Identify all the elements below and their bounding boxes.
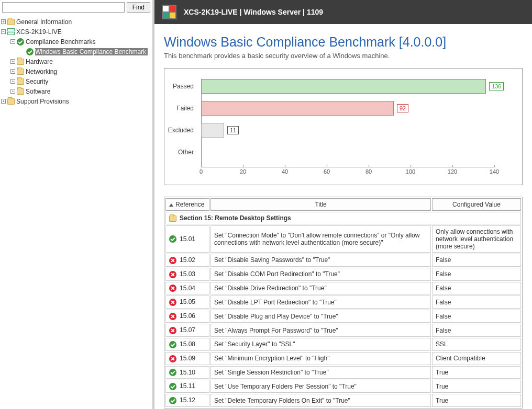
fail-icon [169, 285, 176, 292]
axis-tick: 100 [406, 165, 415, 175]
tree-item-software[interactable]: + Software [1, 86, 151, 96]
tree-item-security[interactable]: + Security [1, 76, 151, 86]
check-icon [26, 48, 34, 55]
pass-icon [169, 235, 176, 243]
page-description: This benchmark provides a basic security… [164, 52, 523, 60]
tree-item-general[interactable]: + General Information [1, 17, 151, 27]
cell-reference: 15.08 [180, 340, 195, 348]
table-row[interactable]: 15.11Set "Use Temporary Folders Per Sess… [165, 380, 521, 393]
cell-configured: False [432, 282, 521, 295]
cell-reference: 15.09 [180, 355, 195, 362]
table-row[interactable]: 15.08Set "Security Layer" to "SSL"SSL [165, 338, 521, 351]
cell-configured: True [432, 380, 521, 393]
cell-title: Set "Delete Temporary Folders On Exit" t… [210, 394, 431, 407]
axis-tick: 120 [448, 165, 457, 175]
table-row[interactable]: 15.05Set "Disable LPT Port Redirection" … [165, 296, 521, 309]
cell-configured: False [432, 268, 521, 281]
bar-label: Other [164, 149, 197, 156]
results-table: Reference Title Configured Value Section… [164, 197, 522, 408]
server-icon [7, 28, 15, 36]
expander-icon[interactable]: + [10, 69, 15, 74]
axis-tick: 40 [282, 165, 288, 175]
col-reference[interactable]: Reference [165, 198, 209, 211]
folder-icon [169, 215, 176, 222]
page-title: Windows Basic Compliance Benchmark [4.0.… [164, 35, 523, 50]
tree-item-support[interactable]: + Support Provisions [1, 96, 151, 106]
tree-item-hardware[interactable]: + Hardware [1, 56, 151, 66]
cell-reference: 15.02 [180, 256, 195, 264]
table-row[interactable]: 15.02Set "Disable Saving Passwords" to "… [165, 254, 521, 267]
cell-configured: Only allow connections with network leve… [432, 225, 521, 253]
bar-value: 136 [489, 82, 504, 90]
folder-icon [17, 69, 24, 75]
content-area: Windows Basic Compliance Benchmark [4.0.… [154, 24, 532, 409]
chart-x-axis: 020406080100120140 [201, 167, 494, 179]
folder-icon [17, 78, 24, 85]
bar-label: Passed [164, 83, 197, 90]
folder-icon [17, 88, 24, 95]
expander-icon[interactable]: − [1, 29, 6, 34]
axis-tick: 60 [324, 165, 330, 175]
table-row[interactable]: 15.01Set "Connection Mode" to "Don't all… [165, 225, 521, 253]
nav-tree: + General Information − XCS-2K19-LIVE − … [0, 15, 152, 409]
cell-reference: 15.11 [180, 382, 195, 390]
table-row[interactable]: 15.03Set "Disable COM Port Redirection" … [165, 268, 521, 281]
table-row[interactable]: 15.06Set "Disable Plug and Play Device" … [165, 310, 521, 323]
table-row[interactable]: 15.04Set "Disable Drive Redirection" to … [165, 282, 521, 295]
bar-value: 92 [397, 104, 408, 112]
cell-reference: 15.01 [180, 235, 195, 243]
folder-icon [7, 98, 15, 105]
cell-title: Set "Always Prompt For Password" to "Tru… [210, 324, 431, 337]
table-row[interactable]: 15.07Set "Always Prompt For Password" to… [165, 324, 521, 337]
cell-title: Set "Disable Drive Redirection" to "True… [210, 282, 431, 295]
header-bar: XCS-2K19-LIVE | Windows Server | 1109 [154, 0, 532, 24]
expander-icon[interactable]: + [10, 59, 15, 64]
table-row[interactable]: 15.10Set "Single Session Restriction" to… [165, 366, 521, 379]
pass-icon [169, 397, 176, 404]
cell-title: Set "Disable Saving Passwords" to "True" [210, 254, 431, 267]
tree-label: Security [26, 78, 48, 85]
tree-item-compliance[interactable]: − Compliance Benchmarks [1, 37, 151, 47]
cell-reference: 15.04 [180, 285, 195, 292]
cell-configured: False [432, 324, 521, 337]
fail-icon [169, 313, 176, 320]
compliance-chart: Passed136Failed92Excluded11Other02040608… [164, 68, 523, 185]
tree-label: XCS-2K19-LIVE [16, 28, 62, 36]
cell-reference: 15.10 [180, 369, 195, 376]
main-panel: XCS-2K19-LIVE | Windows Server | 1109 Wi… [154, 0, 532, 409]
chart-bar-passed: Passed136 [201, 79, 512, 94]
fail-icon [169, 355, 176, 362]
bar-rect [201, 79, 486, 94]
cell-title: Set "Minimum Encryption Level" to "High" [210, 352, 431, 365]
cell-reference: 15.12 [180, 396, 195, 404]
table-row[interactable]: 15.12Set "Delete Temporary Folders On Ex… [165, 394, 521, 407]
expander-icon[interactable]: + [10, 79, 15, 84]
col-configured[interactable]: Configured Value [432, 198, 521, 211]
expander-icon[interactable]: + [1, 99, 6, 104]
col-title[interactable]: Title [210, 198, 431, 211]
cell-title: Set "Disable COM Port Redirection" to "T… [210, 268, 431, 281]
cell-title: Set "Security Layer" to "SSL" [210, 338, 431, 351]
search-input[interactable] [2, 2, 125, 13]
find-button[interactable]: Find [127, 2, 150, 13]
cell-reference: 15.06 [180, 312, 195, 320]
cell-configured: False [432, 254, 521, 267]
axis-tick: 20 [240, 165, 246, 175]
tree-item-networking[interactable]: + Networking [1, 66, 151, 76]
expander-icon[interactable]: − [10, 39, 15, 44]
bar-label: Failed [164, 105, 197, 112]
tree-item-benchmark[interactable]: Windows Basic Compliance Benchmark [1, 47, 151, 56]
expander-icon[interactable]: + [1, 19, 6, 24]
table-row[interactable]: 15.09Set "Minimum Encryption Level" to "… [165, 352, 521, 365]
pass-icon [169, 383, 176, 390]
check-icon [17, 38, 24, 46]
cell-reference: 15.05 [180, 298, 195, 305]
tree-item-server[interactable]: − XCS-2K19-LIVE [1, 27, 151, 37]
axis-tick: 0 [199, 165, 203, 175]
cell-title: Set "Use Temporary Folders Per Session" … [210, 380, 431, 393]
tree-label: Support Provisions [16, 98, 69, 105]
sidebar-panel: Find + General Information − XCS-2K19-LI… [0, 0, 154, 409]
tree-label: Compliance Benchmarks [26, 38, 95, 46]
expander-icon[interactable]: + [10, 89, 15, 94]
header-title: XCS-2K19-LIVE | Windows Server | 1109 [184, 8, 323, 16]
